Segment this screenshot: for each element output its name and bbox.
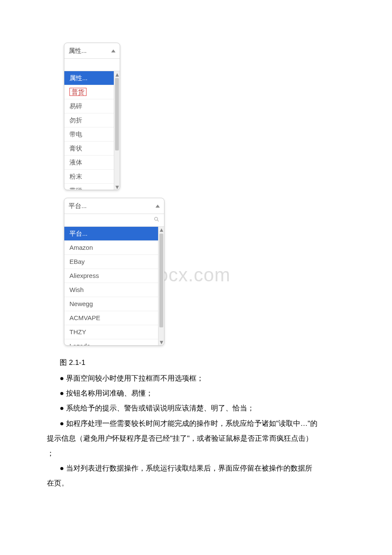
- paragraph-text: 在页。: [47, 477, 345, 489]
- dropdown-item[interactable]: 易碎: [64, 99, 120, 113]
- paragraph-text: 提示信息（避免用户怀疑程序是否已经"挂了"，或者验证鼠标是否正常而疯狂点击）: [47, 433, 345, 444]
- dropdown-search-row: [64, 214, 164, 226]
- svg-point-2: [155, 217, 158, 220]
- dropdown-search-row: [64, 59, 120, 71]
- dropdown-item[interactable]: 属性...: [64, 71, 120, 85]
- bullet-text: 按钮名称用词准确、易懂；: [60, 387, 345, 399]
- dropdown-header-button[interactable]: 属性...: [64, 43, 120, 59]
- dropdown-item[interactable]: 带磁: [64, 184, 120, 190]
- dropdown-header-label: 属性...: [69, 46, 87, 56]
- scrollbar[interactable]: ▴ ▾: [158, 227, 164, 345]
- dropdown-header-label: 平台...: [69, 201, 87, 211]
- dropdown-list: 平台... Amazon EBay Aliexpress Wish Newegg…: [64, 227, 164, 345]
- figure-caption: 图 2.1-1: [60, 357, 345, 368]
- attribute-dropdown: 属性... 属性... 普货 易碎 勿折 带电 膏状 液体 粉末 带磁 刀具 ▴…: [64, 43, 120, 190]
- svg-line-3: [157, 220, 159, 222]
- dropdown-item[interactable]: 平台...: [64, 227, 164, 241]
- dropdown-item-highlighted[interactable]: 普货: [64, 85, 120, 99]
- dropdown-item[interactable]: THZY: [64, 325, 164, 339]
- dropdown-item[interactable]: Newegg: [64, 297, 164, 311]
- paragraph-text: 当对列表进行数据操作，系统运行读取结果后，界面应停留在被操作的数据所: [60, 462, 345, 474]
- paragraph-text: ；: [47, 448, 345, 459]
- scroll-down-icon[interactable]: ▾: [159, 339, 164, 345]
- dropdown-header-button[interactable]: 平台...: [64, 198, 164, 214]
- scroll-down-icon[interactable]: ▾: [114, 184, 120, 190]
- dropdown-search-input[interactable]: [66, 216, 154, 225]
- dropdown-search-input[interactable]: [66, 60, 120, 69]
- scroll-thumb[interactable]: [159, 234, 163, 327]
- scroll-thumb[interactable]: [115, 78, 119, 150]
- bullet-text: 界面空间较小时使用下拉框而不用选项框；: [60, 373, 345, 384]
- dropdown-item[interactable]: Amazon: [64, 241, 164, 255]
- scroll-up-icon[interactable]: ▴: [159, 227, 164, 233]
- dropdown-item[interactable]: Aliexpress: [64, 269, 164, 283]
- dropdown-item[interactable]: EBay: [64, 255, 164, 269]
- dropdown-item[interactable]: Lazada: [64, 339, 164, 345]
- dropdown-item[interactable]: ACMVAPE: [64, 311, 164, 325]
- dropdown-item[interactable]: 液体: [64, 156, 120, 170]
- dropdown-item[interactable]: 粉末: [64, 170, 120, 184]
- search-icon: [154, 215, 162, 225]
- scrollbar[interactable]: ▴ ▾: [114, 71, 120, 190]
- dropdown-item[interactable]: 带电: [64, 127, 120, 142]
- dropdown-item[interactable]: 膏状: [64, 142, 120, 156]
- scroll-up-icon[interactable]: ▴: [114, 71, 120, 77]
- dropdown-item[interactable]: 勿折: [64, 113, 120, 127]
- chevron-up-icon: [111, 49, 115, 52]
- chevron-up-icon: [156, 205, 160, 208]
- paragraph-text: 如程序处理一些需要较长时间才能完成的操作时，系统应给予诸如"读取中…"的: [60, 418, 345, 429]
- platform-dropdown: 平台... 平台... Amazon EBay Aliexpress Wish …: [64, 198, 164, 345]
- dropdown-list: 属性... 普货 易碎 勿折 带电 膏状 液体 粉末 带磁 刀具 ▴ ▾: [64, 71, 120, 190]
- dropdown-item[interactable]: Wish: [64, 283, 164, 297]
- document-text: 图 2.1-1 界面空间较小时使用下拉框而不用选项框； 按钮名称用词准确、易懂；…: [47, 357, 345, 489]
- bullet-text: 系统给予的提示、警告或错误说明应该清楚、明了、恰当；: [60, 402, 345, 414]
